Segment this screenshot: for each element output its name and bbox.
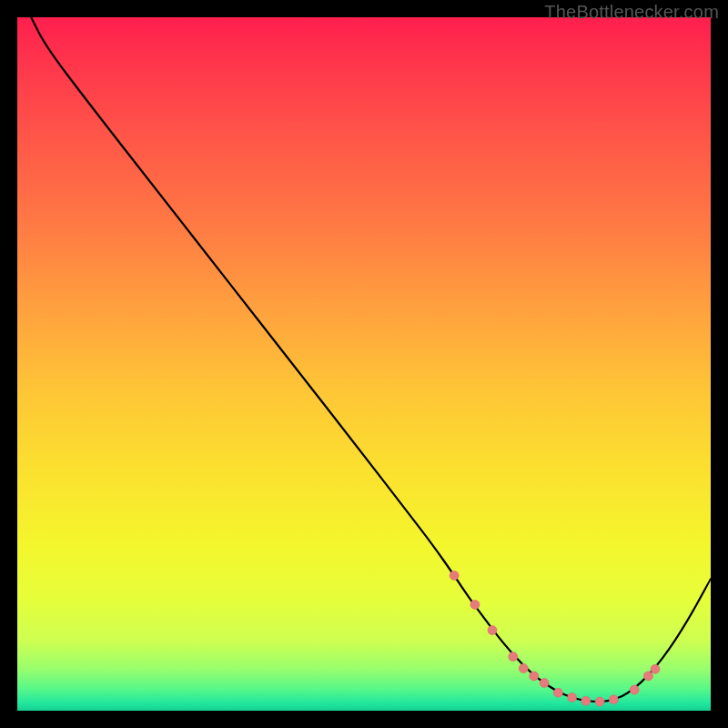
highlight-dot [651, 664, 660, 673]
highlight-dot [643, 672, 652, 681]
chart-container: TheBottlenecker.com [0, 0, 728, 728]
bottleneck-curve [31, 17, 711, 702]
highlight-dot [595, 697, 604, 706]
highlight-dot [630, 685, 639, 694]
highlight-dot [553, 688, 562, 697]
highlight-dot [519, 664, 528, 673]
highlight-dot [540, 679, 549, 688]
highlight-dot [609, 695, 618, 704]
highlight-dot [450, 571, 459, 580]
highlight-dot [581, 696, 591, 705]
highlight-dot [530, 672, 539, 681]
curve-layer [17, 17, 711, 711]
highlight-dot [568, 693, 577, 703]
highlight-dot [509, 652, 518, 662]
highlight-dot [488, 626, 497, 635]
highlight-dot [470, 600, 480, 609]
highlight-dots [450, 571, 660, 706]
watermark-text: TheBottlenecker.com [544, 2, 719, 23]
